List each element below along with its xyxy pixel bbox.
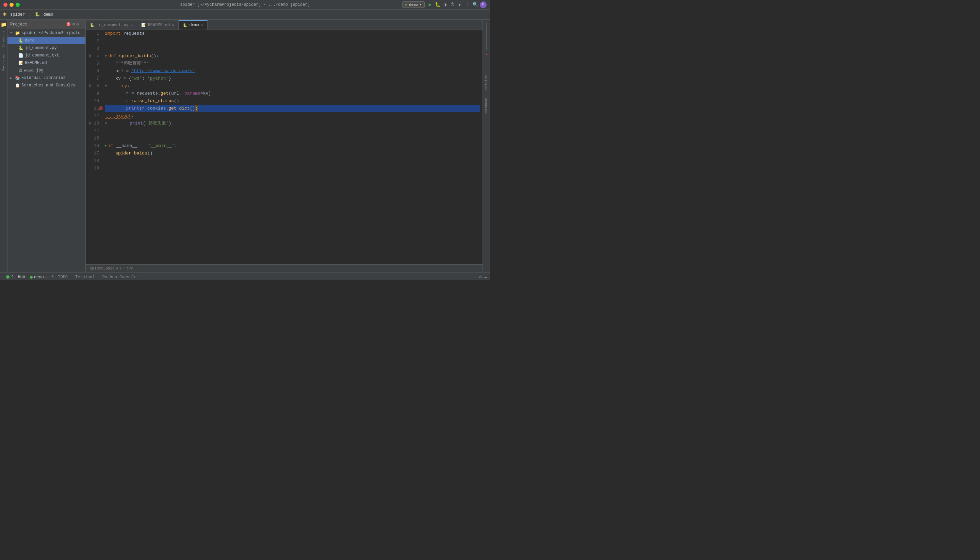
window-controls[interactable]: [3, 3, 20, 7]
settings-icon[interactable]: ⚙: [77, 22, 79, 27]
user-avatar[interactable]: P: [480, 2, 487, 8]
search-everywhere-icon[interactable]: 🔍: [472, 2, 478, 7]
run-tab-instance[interactable]: demo ✕: [30, 275, 47, 280]
tab-python-console[interactable]: Python Console: [99, 273, 140, 280]
md-file-icon: 📝: [18, 60, 23, 66]
database-text[interactable]: Database: [485, 98, 488, 114]
arrow-icon2: ▶: [10, 76, 13, 80]
close-button[interactable]: [3, 3, 7, 7]
tab-close-demo[interactable]: ✕: [201, 23, 203, 27]
left-sidebar-icons: 📁 Structure Favorites: [0, 20, 7, 272]
fold-icon-13[interactable]: ▼: [105, 120, 107, 127]
locate-icon[interactable]: 🎯: [66, 22, 71, 27]
code-line-11: print(r.cookies.get_dict()): [105, 105, 480, 112]
title-bar-right: ▶ demo ▾ ▶ 🐛 ◑ ⏱ ⏵ | 🔍 P: [402, 2, 487, 8]
fold-icon[interactable]: ▼: [105, 52, 107, 60]
run-tab-close[interactable]: ✕: [45, 275, 47, 279]
tab-bar: 🐍 jd_comment.py ✕ 📝 README.md ✕ 🐍 demo ✕: [86, 20, 483, 30]
separator: |: [465, 2, 470, 7]
bottom-panel: 4: Run demo ✕ 6: TODO Terminal Python Co…: [0, 272, 490, 280]
todo-num: 6:: [52, 275, 56, 280]
code-content: 1 2 3 4 5 6 7 8 9 10 11: [86, 30, 483, 264]
tree-item-readme[interactable]: 📝 README.md: [7, 59, 85, 67]
breadcrumb-try: try: [126, 267, 133, 270]
tab-jd-label: jd_comment.py: [97, 23, 128, 28]
database-label[interactable]: Database: [485, 98, 488, 116]
lib-icon: 📚: [15, 75, 20, 81]
tree-item-wawa[interactable]: 🖼 wawa.jpg: [7, 67, 85, 74]
coverage-icon[interactable]: ◑: [442, 2, 448, 7]
run-tab-label: Run: [18, 275, 25, 279]
code-line-16: ▶ if __name__ == '__main__':: [105, 142, 480, 150]
project-header-title: Project: [10, 22, 64, 27]
project-header-icons: 🎯 ⊞ ⚙ —: [66, 22, 83, 27]
right-sidebar: SciView Database: [483, 20, 490, 272]
code-line-8: ▼ try:: [105, 82, 480, 90]
bottom-tabs: 4: Run demo ✕ 6: TODO Terminal Python Co…: [0, 273, 490, 280]
current-file-label: demo: [41, 12, 55, 18]
favorites-icon[interactable]: Favorites: [1, 54, 7, 72]
tree-item-jd-comment-py[interactable]: 🐍 jd_comment.py: [7, 44, 85, 52]
line-numbers: 1 2 3 4 5 6 7 8 9 10 11: [86, 30, 102, 264]
hide-icon[interactable]: —: [80, 22, 83, 27]
project-tool-icon[interactable]: 📁: [1, 22, 7, 28]
terminal-label: Terminal: [75, 275, 95, 280]
tab-demo[interactable]: 🐍 demo ✕: [178, 20, 208, 30]
tab-close-jd[interactable]: ✕: [131, 23, 133, 27]
run-config-selector[interactable]: ▶ demo ▾: [402, 2, 425, 8]
run-instance-label: demo: [34, 275, 44, 280]
python-file-icon: 🐍: [18, 38, 23, 43]
code-editor[interactable]: 1 2 3 4 5 6 7 8 9 10 11: [86, 30, 483, 264]
tree-item-external-libraries[interactable]: ▶ 📚 External Libraries: [7, 74, 85, 82]
code-line-1: import requests: [105, 30, 480, 37]
code-line-19: [105, 165, 480, 172]
tab-readme-label: README.md: [148, 23, 170, 28]
code-line-12: except:: [105, 112, 480, 120]
run-gutter-icon[interactable]: ▶: [105, 142, 107, 150]
tab-demo-label: demo: [190, 23, 199, 28]
sciview-label[interactable]: SciView: [485, 75, 488, 91]
code-line-9: r = requests.get(url, params=kv): [105, 90, 480, 97]
run-dot-icon: [6, 275, 10, 278]
code-line-2: [105, 37, 480, 45]
structure-icon[interactable]: Structure: [1, 29, 7, 49]
tree-item-jd-comment-txt[interactable]: 📄 jd_comment.txt: [7, 52, 85, 59]
scratches-label: Scratches and Consoles: [22, 83, 75, 88]
run-config-label: demo: [409, 3, 418, 7]
expand-icon[interactable]: ⊞: [72, 22, 75, 27]
run-all-icon[interactable]: ⏵: [457, 2, 463, 7]
tab-run[interactable]: 4: Run: [3, 273, 28, 280]
code-line-13: ▼ print('爬取失败'): [105, 120, 480, 127]
chevron-down-icon: ▾: [419, 2, 422, 7]
debug-icon[interactable]: 🐛: [435, 2, 440, 7]
tree-item-demo[interactable]: 🐍 demo: [7, 37, 85, 44]
code-line-17: spider_baidu(): [105, 150, 480, 157]
tree-root[interactable]: ▼ 📁 spider ~/PycharmProjects: [7, 29, 85, 37]
tab-jd-comment-py[interactable]: 🐍 jd_comment.py ✕: [86, 20, 137, 30]
code-line-14: [105, 127, 480, 135]
main-toolbar: 🕷 spider | 🐍 demo: [0, 10, 490, 20]
minimize-run-icon[interactable]: —: [485, 275, 487, 280]
tab-terminal[interactable]: Terminal: [72, 273, 98, 280]
code-line-10: r.raise_for_status(): [105, 97, 480, 105]
profile-icon[interactable]: ⏱: [450, 2, 455, 7]
demo-label: demo: [25, 38, 35, 43]
project-panel: Project 🎯 ⊞ ⚙ — ▼ 📁 spider ~/PycharmProj…: [7, 20, 86, 272]
maximize-button[interactable]: [16, 3, 20, 7]
sciview-text[interactable]: SciView: [485, 75, 488, 90]
settings-icon-run[interactable]: ⚙: [479, 275, 482, 280]
code-line-7: kv = {'wd': 'python'}: [105, 75, 480, 82]
tab-close-readme[interactable]: ✕: [172, 23, 174, 27]
fold-icon-8[interactable]: ▼: [105, 82, 107, 90]
tab-readme[interactable]: 📝 README.md ✕: [137, 20, 178, 30]
code-line-4: ▼ def spider_baidu():: [105, 52, 480, 60]
minimize-button[interactable]: [10, 3, 13, 7]
project-name-label: spider: [8, 12, 27, 18]
tab-todo[interactable]: 6: TODO: [48, 273, 71, 280]
tree-item-scratches[interactable]: 📋 Scratches and Consoles: [7, 82, 85, 89]
code-line-5: """爬取百度""": [105, 60, 480, 67]
run-icon[interactable]: ▶: [427, 2, 433, 7]
main-layout: 📁 Structure Favorites Project 🎯 ⊞ ⚙ — ▼ …: [0, 20, 490, 272]
error-marker: [486, 54, 487, 55]
jd-comment-py-label: jd_comment.py: [25, 46, 57, 50]
